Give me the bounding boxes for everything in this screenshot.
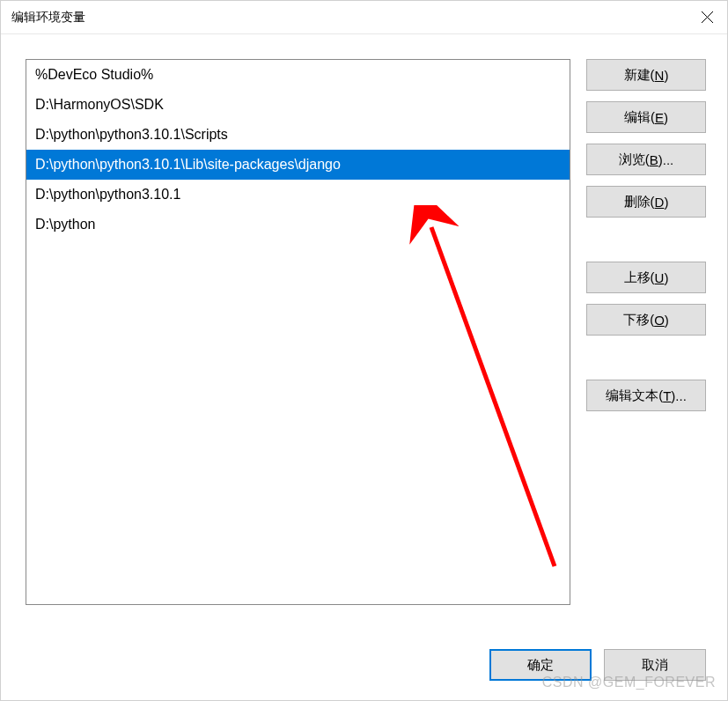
content-area: %DevEco Studio%D:\HarmonyOS\SDKD:\python… — [1, 34, 727, 640]
titlebar: 编辑环境变量 — [1, 1, 727, 34]
button-tail: ) — [664, 270, 668, 285]
button-label: 下移( — [623, 312, 654, 328]
new-button[interactable]: 新建(N) — [586, 59, 706, 91]
button-mnemonic: T — [663, 388, 671, 403]
button-label: 上移( — [624, 269, 655, 286]
button-mnemonic: N — [655, 68, 665, 83]
dialog-window: 编辑环境变量 %DevEco Studio%D:\HarmonyOS\SDKD:… — [0, 0, 728, 701]
path-listbox[interactable]: %DevEco Studio%D:\HarmonyOS\SDKD:\python… — [26, 59, 570, 605]
button-label: 编辑( — [624, 109, 655, 126]
list-item[interactable]: D:\python\python3.10.1\Scripts — [26, 120, 570, 150]
button-label: 浏览( — [619, 151, 650, 168]
button-mnemonic: D — [655, 195, 665, 210]
browse-button[interactable]: 浏览(B)... — [586, 144, 706, 175]
button-tail: ) — [664, 110, 668, 125]
button-tail: ) — [665, 313, 669, 328]
move-up-button[interactable]: 上移(U) — [586, 262, 706, 293]
bottom-bar: 确定 取消 — [1, 640, 727, 700]
button-tail: )... — [658, 152, 674, 167]
button-tail: ) — [664, 195, 668, 210]
list-item[interactable]: D:\HarmonyOS\SDK — [26, 90, 570, 120]
button-mnemonic: U — [655, 270, 665, 285]
list-item[interactable]: D:\python\python3.10.1 — [26, 180, 570, 210]
button-mnemonic: E — [655, 110, 664, 125]
list-item[interactable]: D:\python\python3.10.1\Lib\site-packages… — [26, 150, 570, 180]
move-down-button[interactable]: 下移(O) — [586, 304, 706, 336]
list-item[interactable]: %DevEco Studio% — [26, 60, 570, 90]
delete-button[interactable]: 删除(D) — [586, 186, 706, 218]
button-column: 新建(N) 编辑(E) 浏览(B)... 删除(D) 上移(U) 下移(O) 编… — [586, 59, 706, 631]
button-label: 删除( — [624, 194, 655, 210]
button-mnemonic: O — [654, 313, 665, 328]
button-label: 新建( — [624, 67, 655, 84]
button-label: 编辑文本( — [606, 387, 663, 404]
close-button[interactable] — [687, 1, 727, 33]
button-label: 确定 — [527, 657, 554, 674]
annotation-arrow — [387, 205, 570, 575]
ok-button[interactable]: 确定 — [489, 649, 592, 681]
edit-button[interactable]: 编辑(E) — [586, 101, 706, 133]
edit-text-button[interactable]: 编辑文本(T)... — [586, 380, 706, 411]
svg-line-2 — [431, 227, 555, 566]
button-tail: )... — [671, 388, 687, 403]
cancel-button[interactable]: 取消 — [604, 649, 706, 681]
button-tail: ) — [664, 68, 668, 83]
list-item[interactable]: D:\python — [26, 210, 570, 240]
button-mnemonic: B — [650, 152, 658, 167]
close-icon — [702, 11, 713, 23]
button-label: 取消 — [642, 657, 668, 674]
window-title: 编辑环境变量 — [11, 10, 85, 26]
